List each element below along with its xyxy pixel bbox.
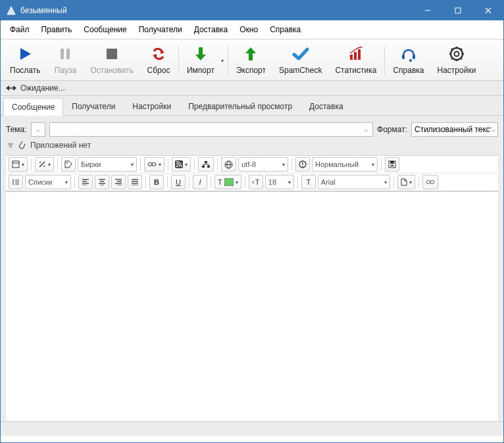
menu-help[interactable]: Справка [265,23,306,36]
menu-edit[interactable]: Править [36,23,78,36]
window-title: безымянный [20,6,413,15]
insert-link-button[interactable] [422,175,438,189]
attachment-icon [18,141,26,150]
svg-marker-13 [245,47,256,53]
menu-file[interactable]: Файл [5,23,35,36]
stop-button[interactable]: Остановить [84,43,140,78]
tag-icon-button[interactable] [61,157,76,172]
magic-button[interactable]: ▾ [35,157,54,172]
tab-recipients[interactable]: Получатели [63,97,124,115]
headset-icon [399,45,418,63]
send-button[interactable]: Послать [3,43,47,78]
align-center-button[interactable] [95,175,109,189]
titlebar: безымянный [1,1,503,20]
reset-button[interactable]: Сброс [140,43,177,78]
pause-button[interactable]: Пауза [47,43,84,78]
help-button[interactable]: Справка [386,43,430,78]
window-controls [413,1,503,20]
import-dropdown[interactable]: ▾ [221,58,226,64]
tabstrip: Сообщение Получатели Настройки Предварит… [1,96,503,116]
export-button[interactable]: Экспорт [230,43,272,78]
bold-button[interactable]: B [149,175,164,189]
svg-line-30 [451,58,453,59]
attachment-text: Приложений нет [30,141,91,150]
globe-button[interactable] [221,157,236,172]
lists-combo[interactable]: Списки▾ [25,175,71,189]
svg-rect-17 [358,49,361,60]
tab-delivery[interactable]: Доставка [301,97,352,115]
align-left-button[interactable] [78,175,93,189]
align-justify-button[interactable] [128,175,142,189]
svg-point-40 [66,162,68,164]
minimize-button[interactable] [413,1,443,20]
italic-button[interactable]: I [193,175,207,189]
tags-combo[interactable]: Бирки▾ [78,157,137,172]
format-label: Формат: [377,125,407,134]
check-icon [291,45,310,63]
svg-rect-59 [390,161,394,164]
svg-rect-2 [455,8,461,13]
subject-label: Тема: [6,125,27,134]
format-select[interactable]: Стилизованный текст ⌵ [411,122,498,137]
play-icon [16,45,34,63]
text-color-button[interactable]: T ▾ [214,175,241,189]
svg-rect-14 [249,53,253,60]
svg-rect-8 [107,49,117,59]
menu-recipients[interactable]: Получатели [134,23,188,36]
arrow-up-icon [241,45,260,63]
priority-icon-button[interactable] [295,157,310,172]
attachment-row: ⩔ Приложений нет [6,141,498,150]
font-size-combo[interactable]: 18▾ [265,175,294,189]
spamcheck-button[interactable]: SpamCheck [272,43,328,78]
svg-rect-6 [61,49,64,59]
layout-button[interactable]: ▾ [9,157,28,172]
svg-rect-7 [66,49,70,59]
stats-button[interactable]: Статистика [328,43,383,78]
subject-input[interactable]: ⌵ [49,122,373,137]
pause-icon [56,45,74,63]
document-button[interactable]: ▾ [397,175,415,189]
tab-message[interactable]: Сообщение [3,98,63,116]
font-family-picker[interactable]: T [301,175,316,189]
status-text: Ожидание... [20,83,65,93]
subject-history-dropdown[interactable]: ⌵ [31,122,45,137]
svg-point-38 [43,166,45,167]
svg-point-83 [426,181,430,184]
encoding-combo[interactable]: utf-8▾ [238,157,288,172]
priority-combo[interactable]: Нормальный▾ [312,157,378,172]
bullets-button[interactable] [9,175,23,189]
save-button[interactable] [385,157,399,172]
svg-rect-18 [402,55,405,59]
tab-settings[interactable]: Настройки [124,97,180,115]
content-area: Тема: ⌵ ⌵ Формат: Стилизованный текст ⌵ … [1,116,503,421]
rss-button[interactable]: ▾ [172,157,191,172]
separator [178,46,179,75]
main-toolbar: Послать Пауза Остановить Сброс Импорт ▾ … [1,39,503,81]
tab-preview[interactable]: Предварительный просмотр [180,97,301,115]
link-button[interactable]: ▾ [144,157,164,172]
menubar: Файл Править Сообщение Получатели Достав… [1,20,503,39]
font-family-combo[interactable]: Arial▾ [318,175,390,189]
bottom-statusbar [1,421,503,436]
editor-toolbar: ▾ ▾ Бирки▾ ▾ ▾ utf-8▾ Нормальный▾ Списки… [6,155,498,191]
import-button[interactable]: Импорт [180,43,221,78]
separator [384,46,385,75]
sitemap-button[interactable] [198,157,214,172]
bidir-arrow-icon [6,85,16,91]
menu-window[interactable]: Окно [234,23,263,36]
expand-icon[interactable]: ⩔ [7,141,14,149]
settings-button[interactable]: Настройки [431,43,483,78]
font-size-picker[interactable]: тT [249,175,263,189]
editor-textarea[interactable] [6,191,498,421]
svg-point-65 [13,183,14,185]
svg-marker-5 [20,48,31,60]
close-button[interactable] [473,1,503,20]
arrow-down-icon [191,45,210,63]
svg-point-44 [176,166,178,167]
underline-button[interactable]: U [171,175,186,189]
maximize-button[interactable] [443,1,473,20]
align-right-button[interactable] [111,175,126,189]
svg-marker-39 [65,161,72,168]
menu-delivery[interactable]: Доставка [189,23,234,36]
menu-message[interactable]: Сообщение [78,23,132,36]
